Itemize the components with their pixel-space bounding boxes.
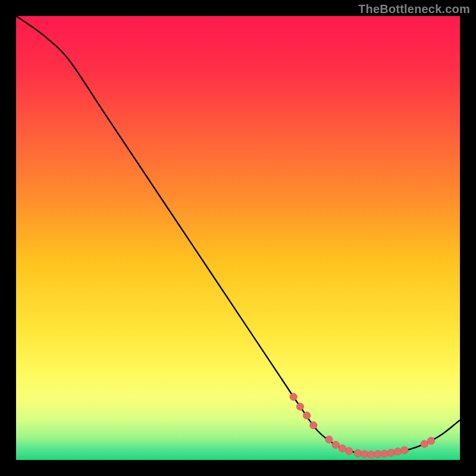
data-marker xyxy=(303,412,310,419)
data-marker xyxy=(354,450,361,457)
data-marker xyxy=(394,448,401,455)
data-marker xyxy=(381,450,388,457)
data-marker xyxy=(290,393,297,400)
plot-area xyxy=(16,16,460,460)
data-marker xyxy=(374,450,381,458)
data-marker xyxy=(310,422,317,429)
data-marker xyxy=(421,440,428,447)
gradient-background xyxy=(16,16,460,460)
watermark-text: TheBottleneck.com xyxy=(358,2,470,16)
data-marker xyxy=(387,449,394,456)
data-marker xyxy=(339,444,346,452)
data-marker xyxy=(427,437,434,444)
data-marker xyxy=(368,451,375,458)
data-marker xyxy=(345,447,352,455)
data-marker xyxy=(325,436,333,443)
data-marker xyxy=(332,441,339,448)
bottleneck-curve-chart xyxy=(16,16,460,460)
chart-frame: TheBottleneck.com xyxy=(0,0,476,476)
data-marker xyxy=(361,450,368,458)
data-marker xyxy=(296,403,303,410)
data-marker xyxy=(401,446,408,453)
